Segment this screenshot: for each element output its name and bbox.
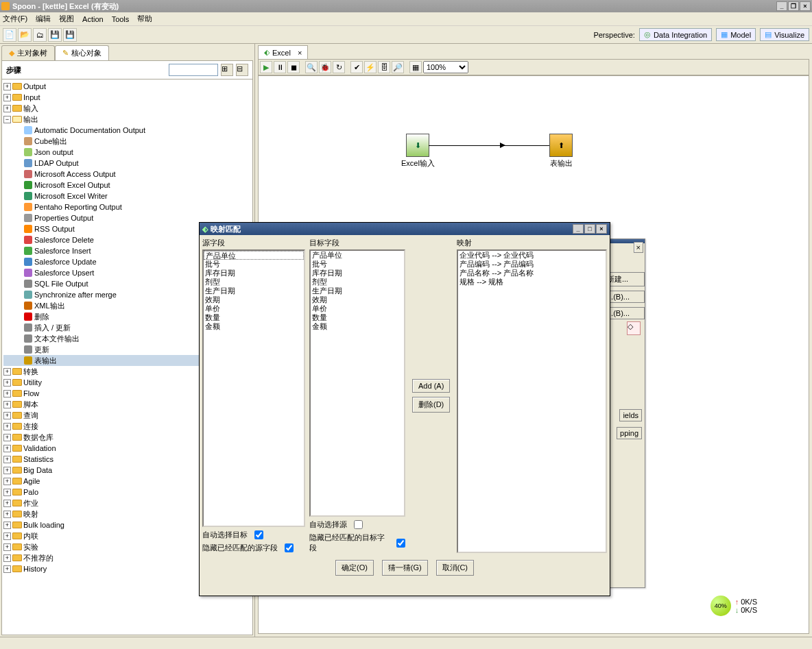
source-fields-list[interactable]: 产品单位批号库存日期剂型生产日期效期单价数量金额 [202, 249, 305, 527]
tree-item[interactable]: −输出 [3, 114, 251, 125]
list-item[interactable]: 金额 [204, 322, 304, 331]
tree-item[interactable]: +Input [3, 92, 251, 103]
list-item[interactable]: 单价 [311, 304, 404, 313]
auto-select-target-check[interactable] [254, 530, 263, 539]
hide-matched-target-label: 隐藏已经匹配的目标字段 [309, 532, 390, 553]
list-item[interactable]: 效期 [204, 295, 304, 304]
impact-button[interactable]: ⚡ [364, 61, 377, 73]
list-item[interactable]: 库存日期 [311, 269, 404, 278]
list-item[interactable]: 产品名称 --> 产品名称 [458, 269, 606, 278]
menu-tools[interactable]: Tools [112, 15, 130, 23]
bg-btn-fields[interactable]: ields [619, 409, 642, 421]
show-results-button[interactable]: ▦ [409, 61, 422, 73]
collapse-all-button[interactable]: ⊟ [236, 64, 248, 76]
window-controls: _ ❐ × [776, 1, 811, 11]
list-item[interactable]: 产品单位 [204, 251, 304, 260]
delete-mapping-button[interactable]: 删除(D) [412, 397, 450, 413]
perspective-data-integration[interactable]: ◎Data Integration [639, 28, 712, 41]
mappings-label: 映射 [457, 238, 607, 248]
canvas-toolbar: ▶ ⏸ ◼ 🔍 🐞 ↻ ✔ ⚡ 🗄 🔎 ▦ 100% [258, 59, 809, 75]
step-excel-input[interactable]: ⬇ Excel输入 [401, 134, 435, 169]
list-item[interactable]: 效期 [311, 295, 404, 304]
debug-button[interactable]: 🐞 [319, 61, 331, 73]
steps-filter-input[interactable] [169, 64, 218, 76]
tree-item[interactable]: Microsoft Excel Output [3, 180, 251, 191]
hide-matched-source-check[interactable] [285, 543, 294, 552]
list-item[interactable]: 数量 [204, 313, 304, 322]
tree-item[interactable]: Pentaho Reporting Output [3, 201, 251, 212]
new-button[interactable]: 📄 [3, 28, 16, 42]
bg-close[interactable]: × [634, 242, 643, 253]
restore-button[interactable]: ❐ [788, 1, 799, 11]
list-item[interactable]: 库存日期 [204, 269, 304, 278]
sidebar-tab-core-objects[interactable]: ✎核心对象 [55, 45, 109, 60]
canvas-tab-excel[interactable]: ⬖Excel× [258, 45, 308, 59]
run-button[interactable]: ▶ [260, 61, 272, 73]
saveas-button[interactable]: 💾 [63, 28, 77, 42]
menu-edit[interactable]: 编辑 [36, 14, 51, 24]
add-mapping-button[interactable]: Add (A) [412, 379, 450, 393]
list-item[interactable]: 生产日期 [204, 286, 304, 295]
preview-button[interactable]: 🔍 [305, 61, 318, 73]
ok-button[interactable]: 确定(O) [335, 560, 374, 576]
explore-button[interactable]: 🗂 [33, 28, 47, 42]
tree-item[interactable]: Microsoft Excel Writer [3, 191, 251, 201]
tree-item[interactable]: Json output [3, 147, 251, 158]
stop-button[interactable]: ◼ [287, 61, 300, 73]
zoom-select[interactable]: 100% [423, 61, 468, 73]
list-item[interactable]: 产品编码 --> 产品编码 [458, 260, 606, 269]
list-item[interactable]: 生产日期 [311, 286, 404, 295]
tree-item[interactable]: Cube输出 [3, 136, 251, 147]
auto-select-source-label: 自动选择源 [309, 519, 347, 530]
dialog-minimize[interactable]: _ [573, 224, 584, 234]
guess-button[interactable]: 猜一猜(G) [382, 560, 428, 576]
sidebar-tab-main-tree[interactable]: ◆主对象树 [1, 45, 55, 60]
menu-action[interactable]: Action [82, 15, 104, 23]
menu-file[interactable]: 文件(F) [3, 14, 27, 24]
explore-db-button[interactable]: 🔎 [392, 61, 404, 73]
dialog-title: 映射匹配 [211, 224, 241, 234]
dialog-close[interactable]: × [596, 224, 607, 234]
menubar: 文件(F) 编辑 视图 Action Tools 帮助 [0, 12, 812, 26]
hop-line[interactable] [429, 145, 549, 146]
mapping-dialog: ⬖ 映射匹配 _ □ × 源字段 产品单位批号库存日期剂型生产日期效期单价数量金… [199, 222, 610, 596]
bg-btn-mapping[interactable]: pping [617, 427, 642, 439]
minimize-button[interactable]: _ [776, 1, 787, 11]
cancel-button[interactable]: 取消(C) [436, 560, 474, 576]
list-item[interactable]: 数量 [311, 313, 404, 322]
open-button[interactable]: 📂 [18, 28, 32, 42]
dialog-maximize[interactable]: □ [584, 224, 595, 234]
menu-help[interactable]: 帮助 [137, 14, 152, 24]
target-fields-list[interactable]: 产品单位批号库存日期剂型生产日期效期单价数量金额 [309, 249, 405, 517]
bg-warning-icon: ◇ [627, 321, 641, 335]
sql-button[interactable]: 🗄 [378, 61, 390, 73]
close-button[interactable]: × [800, 1, 811, 11]
hide-matched-target-check[interactable] [396, 539, 405, 548]
replay-button[interactable]: ↻ [333, 61, 345, 73]
expand-all-button[interactable]: ⊞ [221, 64, 233, 76]
list-item[interactable]: 企业代码 --> 企业代码 [458, 251, 606, 260]
tree-item[interactable]: +输入 [3, 103, 251, 114]
tree-item[interactable]: +Output [3, 81, 251, 92]
perspective-visualize[interactable]: ▤Visualize [760, 28, 809, 41]
list-item[interactable]: 批号 [204, 260, 304, 269]
auto-select-source-check[interactable] [354, 520, 363, 529]
list-item[interactable]: 剂型 [311, 278, 404, 286]
tree-item[interactable]: LDAP Output [3, 158, 251, 169]
menu-view[interactable]: 视图 [59, 14, 74, 24]
list-item[interactable]: 产品单位 [311, 251, 404, 260]
list-item[interactable]: 批号 [311, 260, 404, 269]
tree-item[interactable]: Automatic Documentation Output [3, 125, 251, 136]
list-item[interactable]: 剂型 [204, 278, 304, 286]
save-button[interactable]: 💾 [48, 28, 62, 42]
verify-button[interactable]: ✔ [350, 61, 363, 73]
mappings-list[interactable]: 企业代码 --> 企业代码产品编码 --> 产品编码产品名称 --> 产品名称规… [457, 249, 607, 553]
step-table-output[interactable]: ⬆ 表输出 [549, 134, 573, 169]
perspective-model[interactable]: ▦Model [716, 28, 756, 41]
list-item[interactable]: 金额 [311, 322, 404, 331]
statusbar [0, 637, 812, 649]
list-item[interactable]: 规格 --> 规格 [458, 278, 606, 286]
tree-item[interactable]: Microsoft Access Output [3, 169, 251, 180]
pause-button[interactable]: ⏸ [274, 61, 286, 73]
list-item[interactable]: 单价 [204, 304, 304, 313]
